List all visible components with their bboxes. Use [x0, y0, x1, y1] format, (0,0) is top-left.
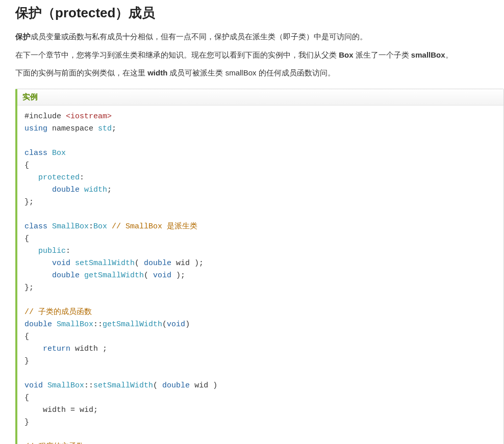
code-text: wid ) — [190, 381, 217, 390]
code-type: SmallBox — [57, 320, 93, 329]
code-text: ; — [107, 186, 112, 194]
code-keyword: class — [24, 222, 47, 231]
code-text: : — [89, 222, 93, 231]
text: 成员可被派生类 smallBox 的任何成员函数访问。 — [167, 68, 335, 77]
code-block: #include <iostream> using namespace std;… — [17, 106, 503, 445]
code-blank — [24, 296, 29, 304]
code-keyword: double — [52, 271, 80, 280]
code-text: ); — [171, 271, 185, 280]
code-keyword: void — [153, 271, 171, 280]
code-keyword: double — [162, 381, 190, 390]
code-comment: // 子类的成员函数 — [24, 308, 92, 317]
code-fn: setSmallWidth — [75, 259, 135, 268]
code-text — [43, 381, 47, 390]
code-text — [24, 259, 52, 268]
code-text — [24, 186, 52, 194]
code-text — [70, 259, 75, 268]
code-text: namespace — [47, 124, 98, 133]
code-id: width — [84, 186, 107, 194]
code-text: }; — [24, 283, 34, 292]
code-fn: getSmallWidth — [84, 271, 144, 280]
code-text: :: — [93, 320, 103, 329]
code-type: SmallBox — [52, 222, 89, 231]
code-keyword: return — [43, 345, 70, 353]
code-keyword: using — [24, 124, 47, 133]
code-keyword: double — [144, 259, 171, 268]
bold-text: width — [147, 68, 167, 77]
code-text — [107, 222, 112, 231]
code-text: wid ); — [171, 259, 204, 268]
paragraph-1: 保护成员变量或函数与私有成员十分相似，但有一点不同，保护成员在派生类（即子类）中… — [15, 30, 504, 43]
code-text: }; — [24, 198, 34, 206]
code-blank — [24, 369, 29, 378]
code-text: { — [24, 332, 29, 341]
code-text — [24, 173, 38, 182]
code-text: :: — [84, 381, 93, 390]
code-text: #include — [24, 112, 66, 121]
code-id: std — [98, 124, 112, 133]
code-text: ( — [144, 271, 153, 280]
code-keyword: public — [38, 247, 66, 255]
code-text: ( — [135, 259, 144, 268]
code-blank — [24, 430, 29, 439]
example-box: 实例 #include <iostream> using namespace s… — [15, 89, 504, 445]
example-header: 实例 — [17, 89, 503, 106]
paragraph-3: 下面的实例与前面的实例类似，在这里 width 成员可被派生类 smallBox… — [15, 66, 504, 80]
code-keyword: class — [24, 149, 47, 158]
code-text: { — [24, 234, 29, 243]
code-text: ( — [153, 381, 162, 390]
code-text: { — [24, 161, 29, 170]
bold-text: 保护 — [15, 32, 31, 41]
code-text: ; — [112, 124, 116, 133]
code-text: } — [24, 418, 29, 427]
text: 下面的实例与前面的实例类似，在这里 — [15, 68, 147, 77]
code-keyword: void — [167, 320, 185, 329]
code-type: Box — [52, 149, 66, 158]
text: 派生了一个子类 — [354, 50, 411, 59]
code-text — [80, 271, 84, 280]
code-text: { — [24, 394, 29, 402]
code-text: } — [24, 357, 29, 365]
code-keyword: double — [52, 186, 80, 194]
code-text — [24, 345, 43, 353]
code-text — [52, 320, 57, 329]
page-heading: 保护（protected）成员 — [15, 4, 504, 22]
bold-text: Box — [339, 50, 353, 59]
code-text: width = wid; — [24, 406, 98, 414]
code-text — [80, 186, 84, 194]
code-type: Box — [93, 222, 107, 231]
code-comment: // 程序的主函数 — [24, 442, 84, 445]
code-blank — [24, 137, 29, 145]
code-text: : — [80, 173, 84, 182]
text: 成员变量或函数与私有成员十分相似，但有一点不同，保护成员在派生类（即子类）中是可… — [31, 32, 367, 41]
text: 。 — [445, 50, 453, 59]
code-keyword: double — [24, 320, 52, 329]
code-text: ( — [162, 320, 167, 329]
code-text — [24, 271, 52, 280]
text: 在下一个章节中，您将学习到派生类和继承的知识。现在您可以看到下面的实例中，我们从… — [15, 50, 339, 59]
code-keyword: protected — [38, 173, 80, 182]
code-comment: // SmallBox 是派生类 — [112, 222, 197, 231]
code-blank — [24, 210, 29, 219]
paragraph-2: 在下一个章节中，您将学习到派生类和继承的知识。现在您可以看到下面的实例中，我们从… — [15, 48, 504, 62]
code-text — [47, 149, 52, 158]
code-text: ) — [185, 320, 190, 329]
code-text: : — [66, 247, 70, 255]
code-fn: setSmallWidth — [93, 381, 153, 390]
code-keyword: void — [52, 259, 70, 268]
code-include: <iostream> — [66, 112, 112, 121]
code-fn: getSmallWidth — [103, 320, 162, 329]
bold-text: smallBox — [411, 50, 445, 59]
code-keyword: void — [24, 381, 43, 390]
code-type: SmallBox — [47, 381, 84, 390]
code-text: width ; — [70, 345, 107, 353]
code-text — [47, 222, 52, 231]
code-text — [24, 247, 38, 255]
